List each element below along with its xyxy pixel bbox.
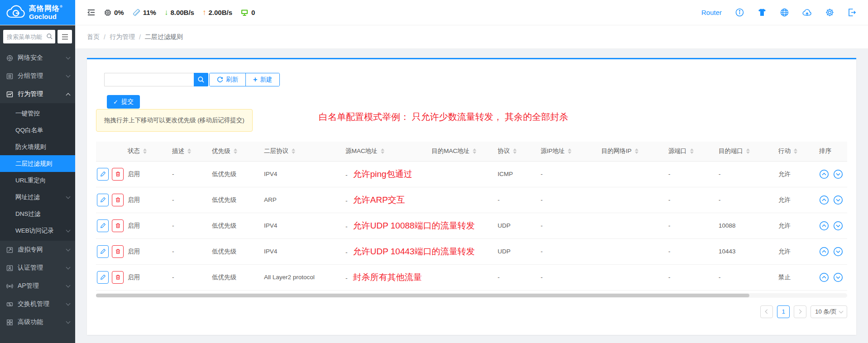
sidebar-item-firewall-rules[interactable]: 防火墙规则 — [0, 138, 75, 155]
next-page-button[interactable] — [794, 305, 806, 318]
delete-row-button[interactable] — [112, 194, 124, 206]
create-button[interactable]: + 新建 — [245, 73, 279, 86]
move-down-button[interactable] — [833, 195, 843, 205]
breadcrumb-behavior[interactable]: 行为管理 — [110, 33, 135, 41]
cell-priority: 低优先级 — [211, 238, 263, 264]
edit-row-button[interactable] — [97, 194, 109, 206]
sidebar-item-network-security[interactable]: 网络安全 — [0, 49, 75, 67]
delete-row-button[interactable] — [112, 271, 124, 284]
sidebar-item-url-redirect[interactable]: URL重定向 — [0, 172, 75, 189]
info-icon[interactable] — [735, 8, 744, 17]
move-up-button[interactable] — [819, 272, 829, 282]
edit-row-button[interactable] — [97, 219, 109, 232]
rules-table: 状态 描述 优先级 二层协议 源MAC地址 目的MAC地址 协议 源IP地址 目… — [96, 142, 847, 291]
sort-icon[interactable] — [690, 148, 694, 154]
move-up-button[interactable] — [819, 247, 829, 257]
sidebar-item-url-filter[interactable]: 网址过滤 — [0, 189, 75, 205]
advanced-features-icon — [6, 319, 13, 326]
cell-actions — [96, 238, 127, 264]
device-name-link[interactable]: Router — [701, 9, 722, 16]
edit-row-button[interactable] — [97, 245, 109, 258]
cell-l2-protocol: IPV4 — [263, 213, 345, 238]
chevron-down-icon — [66, 283, 71, 288]
sidebar-item-vpn[interactable]: 虚拟专网 — [0, 241, 75, 259]
chevron-down-icon — [66, 55, 71, 60]
sort-icon[interactable] — [568, 148, 571, 154]
move-down-button[interactable] — [833, 247, 843, 257]
sidebar-item-ap-management[interactable]: AP管理 — [0, 277, 75, 295]
sort-icon[interactable] — [746, 148, 750, 154]
sidebar-item-behavior-management[interactable]: 行为管理 — [0, 85, 75, 103]
download-speed-stat: ↓ 8.00B/s — [164, 8, 194, 17]
sidebar-item-layer2-filter-rules[interactable]: 二层过滤规则 — [0, 155, 75, 172]
search-button[interactable] — [194, 73, 208, 86]
delete-row-button[interactable] — [112, 245, 124, 258]
edit-row-button[interactable] — [97, 168, 109, 181]
sidebar-item-group-management[interactable]: 分组管理 — [0, 67, 75, 85]
page-number-1[interactable]: 1 — [777, 305, 790, 318]
cell-src-port: - — [667, 213, 718, 238]
cell-protocol: - — [497, 187, 540, 213]
table-row[interactable]: 启用 - 低优先级 IPV4 -允许UDP 10088端口的流量转发 UDP -… — [96, 213, 847, 238]
cell-actions — [96, 161, 127, 187]
upload-speed-value: 2.00B/s — [208, 9, 232, 16]
check-icon: ✓ — [113, 99, 118, 105]
table-row[interactable]: 启用 - 低优先级 IPV4 -允许UDP 10443端口的流量转发 UDP -… — [96, 238, 847, 264]
sort-icon[interactable] — [794, 148, 797, 154]
sidebar-item-web-access-log[interactable]: WEB访问记录 — [0, 222, 75, 239]
sidebar-item-dns-filter[interactable]: DNS过滤 — [0, 205, 75, 222]
sidebar: 网络安全 分组管理 行为管理 一键管控 QQ白名单 防火墙规则 二层过滤规则 U… — [0, 25, 75, 343]
col-l2-protocol: 二层协议 — [263, 142, 345, 161]
sort-icon[interactable] — [292, 148, 295, 154]
settings-gear-icon[interactable] — [825, 8, 834, 17]
sort-icon[interactable] — [473, 148, 476, 154]
table-row[interactable]: 启用 - 低优先级 All Layer2 protocol -封杀所有其他流量 … — [96, 264, 847, 290]
delete-row-button[interactable] — [112, 168, 124, 181]
table-header-row: 状态 描述 优先级 二层协议 源MAC地址 目的MAC地址 协议 源IP地址 目… — [96, 142, 847, 161]
sidebar-item-qq-whitelist[interactable]: QQ白名单 — [0, 122, 75, 138]
sidebar-item-switch-management[interactable]: 交换机管理 — [0, 295, 75, 313]
sort-icon[interactable] — [513, 148, 517, 154]
delete-row-button[interactable] — [112, 219, 124, 232]
rules-search-input[interactable] — [104, 73, 194, 86]
move-up-button[interactable] — [819, 221, 829, 231]
move-down-button[interactable] — [833, 221, 843, 231]
sort-icon[interactable] — [143, 148, 147, 154]
cell-status: 启用 — [127, 161, 171, 187]
prev-page-button[interactable] — [760, 305, 773, 318]
cell-action: 禁止 — [777, 264, 818, 290]
move-down-button[interactable] — [833, 169, 843, 179]
menu-toggle-button[interactable] — [58, 30, 72, 43]
sort-icon[interactable] — [635, 148, 638, 154]
edit-pencil-icon — [100, 197, 106, 203]
whitelist-example-annotation: 白名单配置模式举例： 只允许少数流量转发， 其余的全部封杀 — [319, 111, 568, 123]
move-up-button[interactable] — [819, 195, 829, 205]
sidebar-item-advanced-features[interactable]: 高级功能 — [0, 313, 75, 331]
sort-icon[interactable] — [234, 148, 237, 154]
table-row[interactable]: 启用 - 低优先级 ARP -允许ARP交互 - - - - 允许 — [96, 187, 847, 213]
refresh-button[interactable]: 刷新 — [210, 73, 245, 86]
sidebar-item-one-key-control[interactable]: 一键管控 — [0, 105, 75, 122]
move-down-button[interactable] — [833, 272, 843, 282]
logout-icon[interactable] — [848, 8, 856, 17]
scrollbar-thumb[interactable] — [96, 294, 749, 297]
breadcrumb-home[interactable]: 首页 — [87, 33, 100, 41]
pagination: 1 10 条/页 — [96, 305, 847, 318]
language-globe-icon[interactable] — [780, 8, 789, 17]
sidebar-item-auth-management[interactable]: 认证管理 — [0, 259, 75, 277]
edit-row-button[interactable] — [97, 271, 109, 284]
submit-button[interactable]: ✓ 提交 — [107, 95, 140, 109]
menu-fold-icon[interactable] — [87, 8, 96, 17]
brand-name-cn: 高恪网络 — [29, 5, 60, 12]
move-up-button[interactable] — [819, 169, 829, 179]
col-dst-net-ip: 目的网络IP — [600, 142, 667, 161]
table-row[interactable]: 启用 - 低优先级 IPV4 -允许ping包通过 ICMP - - - 允许 — [96, 161, 847, 187]
sort-icon[interactable] — [187, 148, 191, 154]
page-size-select[interactable]: 10 条/页 — [810, 305, 847, 318]
sort-icon[interactable] — [381, 148, 384, 154]
theme-tshirt-icon[interactable] — [758, 9, 767, 16]
cell-dst-net-ip — [600, 187, 667, 213]
cloud-upload-icon[interactable] — [802, 9, 812, 17]
cell-priority: 低优先级 — [211, 213, 263, 238]
chevron-down-icon — [66, 247, 71, 252]
